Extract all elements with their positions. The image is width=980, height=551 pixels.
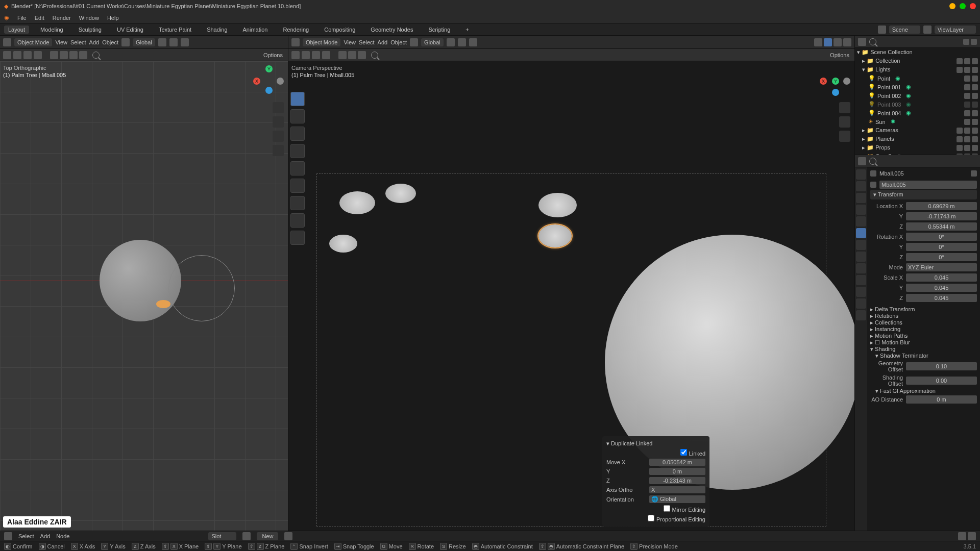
search-icon[interactable] [869, 38, 876, 45]
gizmo-x-icon[interactable]: X [253, 78, 260, 85]
collections-section[interactable]: ▸ Collections [870, 319, 977, 326]
render-icon[interactable] [972, 102, 978, 108]
new-collection-icon[interactable] [971, 39, 977, 45]
eye-icon[interactable] [964, 145, 970, 151]
tool-select-box[interactable] [290, 92, 305, 106]
menu-add[interactable]: Add [89, 39, 100, 45]
render-icon[interactable] [972, 119, 978, 125]
render-icon[interactable] [972, 93, 978, 99]
overlay-icon[interactable] [958, 532, 966, 540]
slot-selector[interactable]: Slot [208, 532, 236, 540]
tab-modeling[interactable]: Modeling [36, 26, 67, 34]
orientation-icon[interactable] [410, 38, 418, 46]
close-button[interactable] [970, 3, 976, 9]
viewlayer-icon[interactable] [923, 26, 932, 34]
tool-cursor[interactable] [290, 109, 305, 123]
light-data-icon[interactable]: ◉ [895, 75, 900, 82]
tab-texture-paint[interactable]: Texture Paint [155, 26, 195, 34]
xray-icon[interactable] [34, 51, 42, 59]
render-icon[interactable] [972, 136, 978, 142]
eye-icon[interactable] [964, 84, 970, 90]
material-tab-icon[interactable] [856, 298, 866, 309]
menu-select[interactable]: Select [70, 39, 86, 45]
mesh-display-icon[interactable] [338, 51, 347, 59]
tool-add-cube[interactable] [290, 231, 305, 245]
light-data-icon[interactable]: ◉ [906, 101, 911, 108]
matpre-shading-icon[interactable] [69, 51, 78, 59]
instancing-section[interactable]: ▸ Instancing [870, 326, 977, 333]
scene-selector[interactable]: Scene [889, 26, 920, 34]
exclude-icon[interactable] [957, 67, 963, 73]
light-item[interactable]: Point.002 [877, 93, 901, 99]
outliner-type-icon[interactable] [858, 38, 866, 46]
cloud-object[interactable] [339, 191, 375, 214]
move-x-field[interactable]: 0.050542 m [649, 459, 705, 466]
pivot-icon[interactable] [158, 38, 166, 46]
light-item[interactable]: Point.003 [877, 102, 901, 108]
move-y-field[interactable]: 0 m [649, 468, 705, 475]
tab-rendering[interactable]: Rendering [279, 26, 313, 34]
light-data-icon[interactable]: ◉ [906, 92, 911, 99]
collection-item[interactable]: ▸ 📁 Collection [862, 58, 900, 64]
mode-selector[interactable]: Object Mode [14, 38, 52, 46]
tab-scripting[interactable]: Scripting [424, 26, 454, 34]
world-tab-icon[interactable] [856, 216, 866, 227]
matpre-shading-icon[interactable] [834, 38, 842, 46]
mesh-display-icon[interactable] [358, 51, 366, 59]
data-tab-icon[interactable] [856, 287, 866, 297]
light-item[interactable]: Point [877, 76, 890, 82]
cloud-object[interactable] [385, 184, 416, 203]
scene-collection[interactable]: ▾ 📁 Scene Collection [857, 49, 913, 56]
rot-x-field[interactable]: 0° [906, 233, 977, 241]
menu-object[interactable]: Object [102, 39, 118, 45]
options-dropdown[interactable]: Options [263, 52, 285, 58]
menu-node[interactable]: Node [56, 533, 69, 539]
wire-shading-icon[interactable] [814, 38, 822, 46]
tool-transform[interactable] [290, 179, 305, 193]
light-data-icon[interactable]: ✺ [891, 118, 895, 125]
menu-help[interactable]: Help [107, 15, 119, 21]
snap-icon[interactable] [458, 38, 466, 46]
rot-y-field[interactable]: 0° [906, 243, 977, 251]
outliner[interactable]: ▾ 📁 Scene Collection ▸ 📁 Collection ▾ 📁 … [855, 48, 980, 155]
ao-distance-field[interactable]: 0 m [906, 395, 977, 404]
filter-icon[interactable] [963, 39, 969, 45]
data-name-field[interactable]: Mball.005 [879, 181, 977, 189]
maximize-button[interactable] [960, 3, 966, 9]
menu-view[interactable]: View [55, 39, 67, 45]
material-icon[interactable] [242, 532, 251, 540]
snap-icon[interactable] [169, 38, 178, 46]
orientation-selector[interactable]: Global [133, 38, 155, 46]
gizmo-y-icon[interactable]: Y [265, 65, 273, 72]
editor-type-icon[interactable] [3, 38, 11, 46]
select-box-icon[interactable] [291, 51, 300, 59]
proportional-checkbox[interactable]: Proportional Editing [648, 515, 705, 522]
geo-offset-field[interactable]: 0.10 [906, 362, 977, 370]
editor-type-icon[interactable] [291, 38, 300, 46]
menu-select[interactable]: Select [359, 39, 375, 45]
overlay-icon[interactable] [312, 51, 320, 59]
move-z-field[interactable]: -0.23143 m [649, 477, 705, 484]
light-item[interactable]: Point.004 [877, 110, 901, 116]
menu-edit[interactable]: Edit [35, 15, 44, 21]
linked-checkbox[interactable]: Linked [680, 449, 705, 457]
axis-ortho-select[interactable]: X [649, 486, 705, 493]
camera-icon[interactable] [273, 131, 284, 142]
render-icon[interactable] [972, 67, 978, 73]
eye-icon[interactable] [964, 110, 970, 116]
options-dropdown[interactable]: Options [830, 52, 851, 58]
select-box-icon[interactable] [3, 51, 11, 59]
eye-icon[interactable] [964, 76, 970, 82]
render-icon[interactable] [972, 145, 978, 151]
shad-offset-field[interactable]: 0.00 [906, 377, 977, 385]
pivot-icon[interactable] [447, 38, 455, 46]
pan-icon[interactable] [273, 116, 284, 128]
cloud-object-selected[interactable] [538, 224, 572, 247]
planets-collection[interactable]: ▸ 📁 Planets [862, 136, 894, 142]
mode-selector[interactable]: Object Mode [303, 38, 340, 46]
editor-type-icon[interactable] [4, 532, 12, 540]
orientation-select[interactable]: 🌐 Global [649, 495, 705, 503]
eye-icon[interactable] [964, 136, 970, 142]
minimize-button[interactable] [949, 3, 955, 9]
perspective-icon[interactable] [273, 145, 284, 156]
